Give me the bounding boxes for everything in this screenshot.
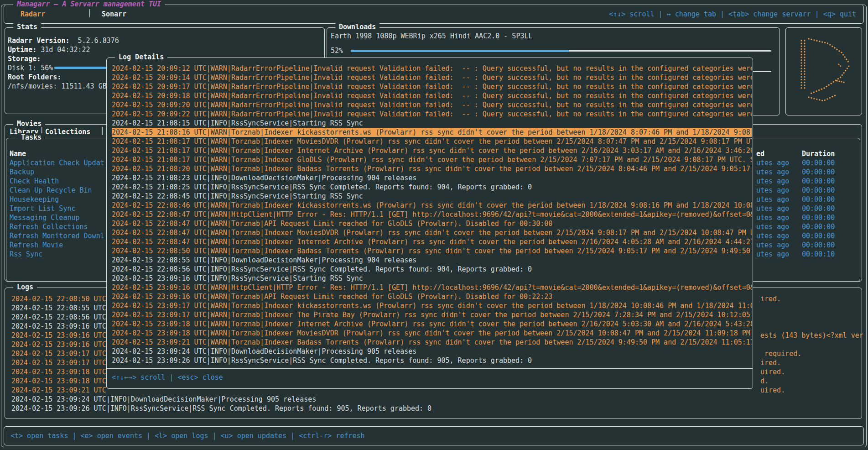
download-item-name[interactable]: Earth 1998 1080p WEBRip x265 Hindi AAC2.… xyxy=(331,31,773,41)
log-details-list: 2024-02-15 20:09:12 UTC|WARN|RadarrError… xyxy=(112,64,752,365)
log-detail-line[interactable]: 2024-02-15 23:09:16 UTC|WARN|Torznab|API… xyxy=(112,292,752,301)
task-duration: 00:00:10 xyxy=(802,250,835,259)
log-row-tail: ests (143 bytes)<?xml ver xyxy=(760,331,863,340)
log-row-timestamp[interactable]: 2024-02-15 23:09:17 UTC xyxy=(11,358,108,367)
task-duration: 00:00:00 xyxy=(802,167,835,177)
task-duration: 00:00:00 xyxy=(802,195,835,204)
top-bar: Managarr — A Servarr management TUI Rada… xyxy=(4,5,864,24)
download-item-percent: 52% xyxy=(331,46,343,55)
log-detail-line[interactable]: 2024-02-15 23:09:18 UTC|WARN|Torznab|Ind… xyxy=(112,319,752,329)
log-detail-line-selected[interactable]: 2024-02-15 21:08:16 UTC|WARN|Torznab|Ind… xyxy=(112,128,752,137)
task-name: Backup xyxy=(10,167,106,177)
logo-panel xyxy=(785,27,862,115)
log-detail-line[interactable]: 2024-02-15 20:09:14 UTC|WARN|RadarrError… xyxy=(112,73,752,82)
stats-uptime-value: 31d 04:32:22 xyxy=(41,46,90,54)
disk-usage-gauge xyxy=(54,67,106,69)
log-row[interactable]: 2024-02-15 23:09:26 UTC|INFO|RssSyncServ… xyxy=(11,404,860,413)
stats-version-label: Radarr Version: xyxy=(8,37,69,45)
log-row-tail: required. xyxy=(760,349,801,358)
log-details-title: Log Details xyxy=(115,53,167,61)
log-detail-line[interactable]: 2024-02-15 21:08:17 UTC|WARN|Torznab|Ind… xyxy=(112,155,752,164)
log-detail-line[interactable]: 2024-02-15 23:09:17 UTC|WARN|Torznab|Ind… xyxy=(112,310,752,319)
log-detail-line[interactable]: 2024-02-15 23:09:21 UTC|WARN|Torznab|Ind… xyxy=(112,338,752,347)
log-row-timestamp[interactable]: 2024-02-15 23:09:17 UTC xyxy=(11,349,108,358)
log-row-timestamp[interactable]: 2024-02-15 22:08:56 UTC xyxy=(11,313,108,322)
log-row-timestamp[interactable]: 2024-02-15 22:08:55 UTC xyxy=(11,303,108,313)
log-detail-line[interactable]: 2024-02-15 20:09:12 UTC|WARN|RadarrError… xyxy=(112,64,752,73)
log-row-tail: uired. xyxy=(760,367,785,377)
log-row-tail: ired. xyxy=(760,358,781,367)
log-detail-line[interactable]: 2024-02-15 23:09:16 UTC|INFO|RssSyncServ… xyxy=(112,274,752,283)
managarr-logo-icon xyxy=(795,37,854,105)
log-detail-line[interactable]: 2024-02-15 20:09:22 UTC|WARN|RadarrError… xyxy=(112,110,752,119)
log-detail-line[interactable]: 2024-02-15 21:08:25 UTC|INFO|RssSyncServ… xyxy=(112,183,752,192)
bottom-bar: <t> open tasks | <e> open events | <l> o… xyxy=(4,426,864,445)
log-detail-line[interactable]: 2024-02-15 20:09:18 UTC|WARN|RadarrError… xyxy=(112,91,752,100)
log-details-modal: Log Details 2024-02-15 20:09:12 UTC|WARN… xyxy=(106,58,753,389)
log-row-tail: d. xyxy=(760,377,769,386)
task-duration: 00:00:00 xyxy=(802,241,835,250)
log-detail-line[interactable]: 2024-02-15 22:08:55 UTC|INFO|DownloadDec… xyxy=(112,256,752,265)
log-row-tail: uired. xyxy=(760,386,785,395)
app-title: Managarr — A Servarr management TUI xyxy=(13,0,165,8)
tasks-panel-title: Tasks xyxy=(17,133,45,141)
task-duration: 00:00:00 xyxy=(802,158,835,167)
stats-uptime-label: Uptime: xyxy=(8,46,36,54)
log-row-timestamp[interactable]: 2024-02-15 22:08:50 UTC xyxy=(11,294,108,303)
log-detail-line[interactable]: 2024-02-15 21:08:20 UTC|WARN|Torznab|Ind… xyxy=(112,164,752,173)
task-duration: 00:00:00 xyxy=(802,186,835,195)
downloads-panel-title: Downloads xyxy=(335,23,379,31)
log-row-timestamp[interactable]: 2024-02-15 23:09:16 UTC xyxy=(11,322,108,331)
log-detail-line[interactable]: 2024-02-15 22:08:56 UTC|INFO|RssSyncServ… xyxy=(112,265,752,274)
log-row-timestamp[interactable]: 2024-02-15 23:09:18 UTC xyxy=(11,367,108,377)
log-detail-line[interactable]: 2024-02-15 22:08:46 UTC|WARN|Torznab|Ind… xyxy=(112,201,752,210)
tab-radarr[interactable]: Radarr xyxy=(21,10,45,19)
task-duration: 00:00:00 xyxy=(802,231,835,241)
log-row-timestamp[interactable]: 2024-02-15 23:09:18 UTC xyxy=(11,377,108,386)
task-name: Refresh Movie xyxy=(10,241,106,250)
task-name: Housekeeping xyxy=(10,195,106,204)
task-name: Refresh Monitored Downl xyxy=(10,231,106,241)
stats-rootfolders-label: Root Folders: xyxy=(8,73,61,81)
log-row-timestamp[interactable]: 2024-02-15 23:09:16 UTC xyxy=(11,340,108,349)
log-detail-line[interactable]: 2024-02-15 20:09:17 UTC|WARN|RadarrError… xyxy=(112,82,752,91)
log-row-timestamp[interactable]: 2024-02-15 23:09:21 UTC xyxy=(11,386,108,395)
log-detail-line[interactable]: 2024-02-15 22:08:47 UTC|WARN|Torznab|Ind… xyxy=(112,228,752,237)
task-duration: 00:00:00 xyxy=(802,213,835,222)
log-detail-line[interactable]: 2024-02-15 22:08:47 UTC|WARN|HttpClient|… xyxy=(112,210,752,219)
log-detail-line[interactable]: 2024-02-15 23:09:24 UTC|INFO|DownloadDec… xyxy=(112,347,752,356)
logs-panel-title: Logs xyxy=(13,283,37,291)
task-name: Check Health xyxy=(10,177,106,186)
log-detail-line[interactable]: 2024-02-15 22:08:47 UTC|WARN|Torznab|Ind… xyxy=(112,237,752,246)
top-keybinds: <↑↓> scroll | ↔ change tab | <tab> chang… xyxy=(609,10,856,19)
log-detail-line[interactable]: 2024-02-15 22:08:45 UTC|INFO|RssSyncServ… xyxy=(112,192,752,201)
task-name: Application Check Updat xyxy=(10,158,106,167)
modal-footer-divider xyxy=(107,368,753,369)
log-detail-line[interactable]: 2024-02-15 20:09:20 UTC|WARN|RadarrError… xyxy=(112,100,752,110)
log-detail-line[interactable]: 2024-02-15 22:08:47 UTC|WARN|Torznab|API… xyxy=(112,219,752,228)
log-row[interactable]: 2024-02-15 23:09:24 UTC|INFO|DownloadDec… xyxy=(11,395,860,404)
stats-panel-title: Stats xyxy=(13,23,41,31)
task-name: Messaging Cleanup xyxy=(10,213,106,222)
bottom-keybinds: <t> open tasks | <e> open events | <l> o… xyxy=(10,431,365,440)
log-row-timestamp[interactable]: 2024-02-15 23:09:16 UTC xyxy=(11,331,108,340)
tasks-name-header: Name xyxy=(10,149,106,158)
log-row-tail: ired. xyxy=(760,294,781,303)
tab-sonarr[interactable]: Sonarr xyxy=(102,10,126,19)
log-detail-line[interactable]: 2024-02-15 23:09:17 UTC|WARN|Torznab|Ind… xyxy=(112,301,752,310)
task-last-executed: utes ago xyxy=(756,195,789,204)
log-detail-line[interactable]: 2024-02-15 21:08:15 UTC|INFO|RssSyncServ… xyxy=(112,119,752,128)
log-detail-line[interactable]: 2024-02-15 21:08:17 UTC|WARN|Torznab|Ind… xyxy=(112,146,752,155)
task-name: Refresh Collections xyxy=(10,222,106,231)
download-gauge-track xyxy=(351,50,771,52)
task-last-executed: utes ago xyxy=(756,177,789,186)
download-gauge-fill xyxy=(351,50,569,52)
task-duration: 00:00:00 xyxy=(802,177,835,186)
log-detail-line[interactable]: 2024-02-15 23:09:26 UTC|INFO|RssSyncServ… xyxy=(112,356,752,365)
log-detail-line[interactable]: 2024-02-15 23:09:16 UTC|WARN|HttpClient|… xyxy=(112,283,752,292)
log-detail-line[interactable]: 2024-02-15 21:08:17 UTC|WARN|Torznab|Ind… xyxy=(112,137,752,146)
log-detail-line[interactable]: 2024-02-15 22:08:50 UTC|WARN|Torznab|Ind… xyxy=(112,246,752,256)
log-detail-line[interactable]: 2024-02-15 23:09:18 UTC|WARN|Torznab|Ind… xyxy=(112,329,752,338)
log-detail-line[interactable]: 2024-02-15 21:08:23 UTC|INFO|DownloadDec… xyxy=(112,173,752,183)
tab-collections[interactable]: Collections xyxy=(45,127,90,136)
